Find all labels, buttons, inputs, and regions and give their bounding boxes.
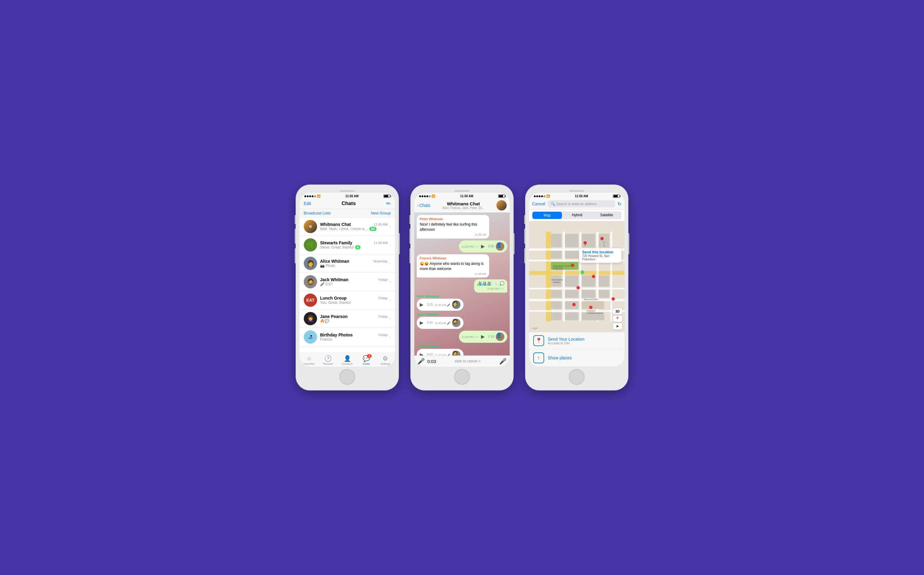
chat-item-lunch[interactable]: EAT Lunch Group Friday You: Great, thank… <box>300 291 395 310</box>
audio-duration-jack: 0:32 <box>427 321 433 324</box>
chat-item-jack[interactable]: 🧔 Jack Whitman Friday 🎤 0:07 › <box>300 273 395 291</box>
audio-bubble-jack2[interactable]: ▶ 0:07 11:47 AM 🎤 🧔 <box>417 349 464 356</box>
map-svg: 3rd St Howard St Yerba Buena Center <box>529 221 624 332</box>
svg-text:Yerba Buena: Yerba Buena <box>551 279 563 281</box>
home-button-3[interactable] <box>569 369 584 385</box>
audio-avatar-alice: 👩 <box>452 300 460 309</box>
new-group-link[interactable]: New Group <box>371 211 391 215</box>
map-bottom: 📍 Send Your Location Accurate to 10m ↑ S… <box>529 332 624 367</box>
audio-bubble-jack[interactable]: ▶ 0:32 11:43 AM 🎤 🧔 <box>417 317 464 329</box>
voice-timer: 0:03 <box>427 359 436 364</box>
chat-badge-stewarts: 4 <box>355 245 360 249</box>
chat-item-stewarts[interactable]: 🌿 Stewarts Family 11:39 AM Steve: Great,… <box>300 236 395 254</box>
audio-bubble-right-2[interactable]: 👤 0:18 ▶ 11:45 PM ✓✓ <box>459 331 508 343</box>
chevron-icon-alice: › <box>389 261 391 265</box>
msg-sender-alice: Alice Whitman <box>417 294 464 298</box>
chat-item-birthday[interactable]: 🏖 Birthday Photos Friday Francis: › <box>300 328 395 346</box>
svg-point-37 <box>583 241 587 244</box>
wifi-icon-3: 📶 <box>546 194 550 198</box>
chat-time-whitmans: 11:45 AM <box>374 222 388 226</box>
status-time-2: 11:50 AM <box>460 194 473 198</box>
svg-point-46 <box>580 270 584 274</box>
wifi-icon: 📶 <box>317 194 321 198</box>
chat-time-stewarts: 11:39 AM <box>374 241 388 245</box>
search-icon: 🔍 <box>551 202 555 206</box>
tab-contacts[interactable]: 👤 Contacts <box>338 353 357 367</box>
chat-item-whitmans[interactable]: W Whitmans Chat 11:45 AM Ned: Yeah, I th… <box>300 218 395 236</box>
status-time-3: 11:50 AM <box>575 194 588 198</box>
show-places-item[interactable]: ↑ Show places <box>529 349 624 367</box>
chat-name-jane: Jane Pearson <box>320 314 348 319</box>
audio-bubble-alice[interactable]: ▶ 0:15 11:42 AM 🎤 👩 <box>417 299 464 311</box>
chat-preview-jane: 🔥💬 <box>320 319 329 323</box>
tab-chats[interactable]: 💬 2 Chats <box>357 353 376 367</box>
map-area[interactable]: 3rd St Howard St Yerba Buena Center <box>529 221 624 332</box>
home-button-1[interactable] <box>340 369 355 385</box>
tab-favorites[interactable]: ☆ Favorites <box>300 353 319 367</box>
play-icon-right-2[interactable]: ▶ <box>481 334 485 340</box>
chevron-icon-birthday: › <box>389 335 391 339</box>
svg-text:3rd St: 3rd St <box>603 241 605 247</box>
map-pin-button[interactable]: 📍 <box>613 316 622 322</box>
svg-rect-2 <box>529 271 624 275</box>
svg-point-41 <box>592 275 595 278</box>
tab-settings[interactable]: ⚙ Settings <box>376 353 395 367</box>
map-refresh-button[interactable]: ↻ <box>618 201 621 207</box>
status-time-1: 11:50 AM <box>345 194 359 198</box>
audio-msg-right-1: 👤 0:09 ▶ 11:38 PM ✓✓ <box>417 240 507 253</box>
status-bar-2: 📶 11:50 AM <box>414 193 510 199</box>
chat-item-jane[interactable]: 👩‍🦱 Jane Pearson Friday 🔥💬 › <box>300 310 395 328</box>
home-button-2[interactable] <box>454 369 470 385</box>
chevron-icon-whitmans: › <box>389 224 391 229</box>
svg-rect-15 <box>565 251 579 259</box>
mic-right-icon[interactable]: 🎤 <box>499 357 507 365</box>
back-label: Chats <box>419 203 430 208</box>
svg-rect-6 <box>529 299 624 301</box>
svg-rect-12 <box>551 234 561 247</box>
audio-duration-jack2: 0:07 <box>427 353 433 356</box>
messages-area: Peter Whitman Nice! I definitely feel li… <box>414 213 510 356</box>
svg-rect-25 <box>551 290 561 298</box>
compose-button[interactable]: ✏ <box>386 200 391 207</box>
chat-item-alice[interactable]: 👩 Alice Whitman Yesterday 📷 Photo › <box>300 254 395 273</box>
location-callout[interactable]: Send this location 720 Howard St, San Fr… <box>579 248 621 263</box>
contacts-icon: 👤 <box>344 355 351 362</box>
send-location-item[interactable]: 📍 Send Your Location Accurate to 10m <box>529 332 624 349</box>
svg-rect-14 <box>565 234 579 247</box>
segment-hybrid[interactable]: Hybrid <box>562 211 592 219</box>
broadcast-lists-link[interactable]: Broadcast Lists <box>304 211 331 215</box>
chat-name-alice: Alice Whitman <box>320 259 349 264</box>
phone-1: 📶 11:50 AM Edit Chats ✏ Broadcast Lists … <box>296 185 398 390</box>
show-places-icon: ↑ <box>533 353 544 363</box>
play-icon-right-1[interactable]: ▶ <box>481 243 485 249</box>
chevron-icon-lunch: › <box>389 298 391 302</box>
svg-text:Moscone Center: Moscone Center <box>584 299 599 301</box>
map-location-button[interactable]: ➤ <box>613 323 622 329</box>
audio-jack2-container: Jack Whitman ▶ 0:07 11:47 AM 🎤 🧔 <box>417 345 507 356</box>
audio-bubble-right-1[interactable]: 👤 0:09 ▶ 11:38 PM ✓✓ <box>459 240 508 253</box>
play-icon-jack2[interactable]: ▶ <box>420 352 423 356</box>
chat-preview-jack: 🎤 0:07 <box>320 282 333 286</box>
segment-map[interactable]: Map <box>532 212 562 219</box>
segment-satellite[interactable]: Satellite <box>592 211 621 219</box>
mic-left-icon[interactable]: 🎤 <box>417 357 425 365</box>
svg-rect-9 <box>579 232 581 321</box>
phone-2: 📶 11:50 AM ‹ Chats Whitmans Chat Alice, … <box>411 185 513 390</box>
tab-recents[interactable]: 🕐 Recents <box>319 353 338 367</box>
messages-scroll[interactable]: Peter Whitman Nice! I definitely feel li… <box>414 213 510 356</box>
chat-group-avatar <box>497 200 507 211</box>
map-cancel-button[interactable]: Cancel <box>532 202 545 206</box>
chevron-icon-jack: › <box>389 280 391 284</box>
svg-rect-1 <box>546 232 551 321</box>
tab-recents-label: Recents <box>323 362 333 365</box>
map-search-bar[interactable]: 🔍 Search or enter an address <box>548 200 615 208</box>
back-button[interactable]: ‹ Chats <box>417 203 430 208</box>
play-icon-alice[interactable]: ▶ <box>420 302 423 307</box>
map-3d-button[interactable]: 3D <box>613 308 622 315</box>
edit-button[interactable]: Edit <box>304 201 311 206</box>
play-icon-jack[interactable]: ▶ <box>420 320 423 326</box>
chat-nav: ‹ Chats Whitmans Chat Alice, Francis, Ja… <box>414 199 510 213</box>
chat-nav-name: Whitmans Chat <box>430 201 497 206</box>
chat-time-alice: Yesterday <box>373 259 388 263</box>
chat-preview-birthday: Francis: <box>320 337 333 342</box>
